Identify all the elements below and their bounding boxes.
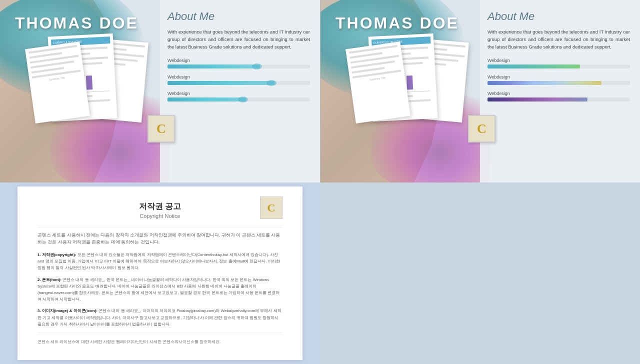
slide-bottom-left: C 저작권 공고 Copyright Notice 곤텐스 세트를 사용하시 전… [0, 182, 320, 364]
slide-bottom-right [320, 182, 640, 364]
slide1-name: THOMAS DOE [15, 14, 138, 32]
skill-item-3: Webdesign [168, 91, 310, 102]
about-title-right: About Me [488, 10, 630, 23]
skill-item-1: Webdesign [168, 58, 310, 68]
skill-bar-bg-3 [168, 98, 310, 102]
copyright-section-text-1: 1. 저작권(copyright): 모든 곤텐스 내의 요소들은 저작법에의 … [38, 252, 282, 272]
skill-label-r3: Webdesign [488, 91, 630, 96]
copyright-body-2: 곤텐스 내의 등 세리요_, 한국 폰트는_ 네이버 나눔글꼴의 세작다이 사용… [38, 278, 280, 302]
papers-area-right: CURRICULUM VITAE Summary Title [340, 30, 480, 160]
copyright-section-text-3: 3. 이미지(image) & 아이콘(icon): 곤텐스 내의 등 세리요_… [38, 308, 282, 328]
skill-bar-bg-r3 [488, 98, 630, 102]
skill-bar-fill-3 [168, 98, 246, 102]
about-title-left: About Me [168, 10, 310, 23]
paper-front: Summary Title [25, 42, 90, 124]
skill-bar-bg-r1 [488, 64, 630, 68]
copyright-heading-2: 2. 폰트(font): [38, 278, 62, 282]
copyright-heading-3: 3. 이미지(image) & 아이콘(icon): [38, 308, 98, 313]
copyright-box: C 저작권 공고 Copyright Notice 곤텐스 세트를 사용하시 전… [18, 186, 302, 360]
skill-bar-fill-r2 [488, 81, 602, 85]
copyright-section-3: 3. 이미지(image) & 아이콘(icon): 곤텐스 내의 등 세리요_… [38, 308, 282, 328]
skill-label-3: Webdesign [168, 91, 310, 96]
skill-label-r1: Webdesign [488, 58, 630, 63]
copyright-title: 저작권 공고 [38, 202, 282, 212]
logo-badge-left: C [148, 115, 175, 142]
logo-badge-right: C [468, 115, 496, 142]
skill-bar-bg-1 [168, 64, 310, 68]
copyright-section-1: 1. 저작권(copyright): 모든 곤텐스 내의 요소들은 저작법에의 … [38, 252, 282, 272]
skill-bar-bg-r2 [488, 81, 630, 85]
copyright-section-2: 2. 폰트(font): 곤텐스 내의 등 세리요_, 한국 폰트는_ 네이버 … [38, 276, 282, 303]
papers-area-left: CURRICULUM VITAE Summary Title [20, 30, 160, 160]
skill-label-r2: Webdesign [488, 74, 630, 80]
slide2-name: THOMAS DOE [336, 14, 459, 32]
skill-item-r2: Webdesign [488, 74, 630, 85]
copyright-divider-bottom [38, 332, 282, 333]
copyright-intro: 곤텐스 세트를 사용하시 전에는 다음의 창작자 소개글와 저작인접권에 주의하… [38, 232, 282, 246]
about-text-left: With experience that goes beyond the tel… [168, 28, 310, 51]
skill-bar-bg-2 [168, 81, 310, 85]
skill-bar-fill-1 [168, 64, 260, 68]
logo-letter-right: C [477, 122, 486, 136]
skill-bar-fill-r3 [488, 98, 588, 102]
paper-front-r: Summary Title [346, 42, 410, 124]
copyright-heading-1: 1. 저작권(copyright): [38, 252, 76, 257]
skill-bar-fill-2 [168, 81, 274, 85]
skill-bar-fill-r1 [488, 64, 580, 68]
skill-label-1: Webdesign [168, 58, 310, 63]
skill-item-r3: Webdesign [488, 91, 630, 102]
slide-top-right: THOMAS DOE CURRICULUM VITAE [320, 0, 640, 182]
copyright-logo: C [260, 196, 282, 219]
content-area-right: About Me With experience that goes beyon… [480, 0, 640, 182]
copyright-logo-letter: C [268, 202, 276, 214]
skill-label-2: Webdesign [168, 74, 310, 80]
skill-item-r1: Webdesign [488, 58, 630, 68]
about-text-right: With experience that goes beyond the tel… [488, 28, 630, 51]
logo-letter-left: C [156, 122, 166, 136]
skill-item-2: Webdesign [168, 74, 310, 85]
copyright-subtitle: Copyright Notice [38, 213, 282, 219]
copyright-footer: 곤텐스 세트 라이선스에 대한 사세한 사항은 웹페이지아닌단이 사세한 곤텐스… [38, 339, 282, 345]
copyright-divider-top [38, 227, 282, 228]
slide-top-left: THOMAS DOE CURRICULUM VITAE [0, 0, 320, 182]
copyright-section-text-2: 2. 폰트(font): 곤텐스 내의 등 세리요_, 한국 폰트는_ 네이버 … [38, 276, 282, 303]
content-area-left: About Me With experience that goes beyon… [160, 0, 320, 182]
